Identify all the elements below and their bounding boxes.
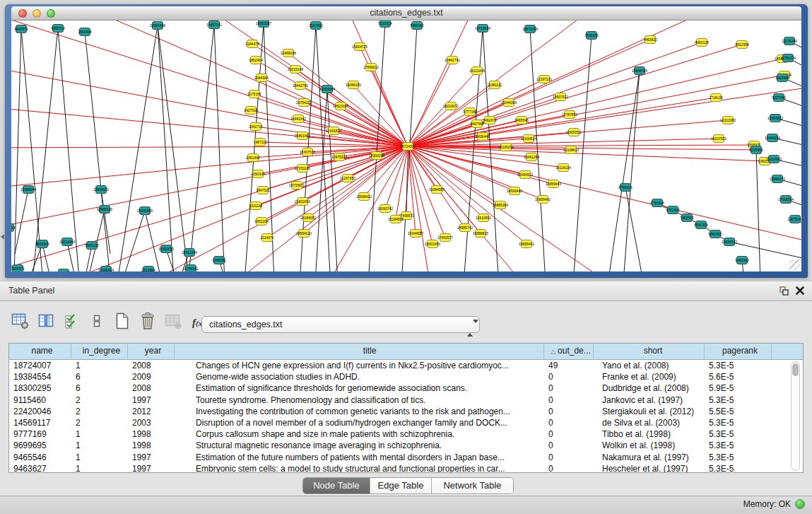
column-header-year[interactable]: year — [128, 344, 175, 359]
graph-node[interactable]: 15950511 — [566, 129, 582, 136]
graph-node[interactable]: 18301050 — [425, 240, 440, 248]
graph-node[interactable]: 8131014 — [378, 21, 392, 28]
graph-node[interactable]: 16959442 — [535, 196, 551, 204]
graph-node[interactable]: 16756341 — [183, 265, 199, 272]
graph-node[interactable]: 12444154 — [765, 134, 780, 142]
graph-node[interactable]: 10719184 — [475, 25, 490, 33]
graph-node[interactable]: 8215953 — [749, 146, 763, 154]
select-columns-button[interactable] — [61, 311, 82, 334]
graph-node[interactable]: 18307532 — [300, 148, 315, 156]
graph-node[interactable]: 16107552 — [711, 135, 726, 143]
graph-node[interactable]: 2042715 — [249, 123, 263, 131]
network-canvas[interactable]: 1872400721844741852404208490412751811427… — [11, 21, 801, 271]
graph-node[interactable]: 11675343 — [787, 216, 801, 223]
graph-node[interactable]: 6466160 — [410, 22, 424, 30]
graph-edge[interactable] — [608, 71, 640, 271]
table-row[interactable]: 1872400712008Changes of HCN gene express… — [9, 360, 803, 371]
graph-node[interactable]: 2150334 — [251, 170, 265, 178]
graph-node[interactable]: 16106261 — [498, 144, 514, 151]
memory-indicator[interactable]: Memory: OK — [743, 499, 805, 509]
table-row[interactable]: 977716911998Corpus callosum shape and si… — [9, 428, 803, 440]
graph-node[interactable]: 20961406 — [150, 22, 165, 30]
graph-node[interactable]: 16210072 — [443, 103, 459, 110]
resize-grip-icon[interactable] — [789, 259, 800, 270]
graph-edge[interactable] — [756, 150, 760, 271]
graph-edge[interactable] — [408, 59, 782, 146]
graph-node[interactable]: 9329966 — [775, 74, 789, 82]
graph-edge[interactable] — [33, 28, 58, 271]
graph-node[interactable]: 25160559 — [137, 207, 153, 215]
graph-node[interactable]: 11207353 — [340, 175, 355, 182]
graph-node[interactable]: 2051842 — [246, 154, 260, 162]
graph-node[interactable]: 6497568 — [470, 120, 484, 128]
graph-node[interactable]: 9777169 — [463, 108, 477, 116]
graph-node[interactable]: 16648784 — [632, 67, 647, 75]
graph-node[interactable]: 7462679 — [483, 117, 497, 124]
graph-node[interactable]: 18300295 — [369, 152, 384, 160]
graph-node[interactable]: 14595443 — [507, 187, 522, 195]
graph-node[interactable]: 19013164 — [59, 238, 75, 246]
table-row[interactable]: 1938455462009Genome-wide association stu… — [9, 371, 803, 382]
graph-node[interactable]: 12787851 — [562, 111, 577, 119]
graph-edge[interactable] — [11, 146, 408, 148]
table-row[interactable]: 969969511998Structural magnetic resonanc… — [9, 440, 803, 451]
delete-column-button[interactable] — [137, 311, 158, 334]
graph-edge[interactable] — [408, 21, 732, 146]
graph-node[interactable]: 2436448 — [476, 133, 490, 141]
graph-node[interactable]: 7902519 — [680, 214, 694, 222]
graph-node[interactable]: 2114076 — [260, 234, 273, 242]
table-row[interactable]: 1456911722003Disruption of a novel membe… — [9, 417, 803, 428]
graph-node[interactable]: 8660128 — [695, 39, 709, 47]
graph-edge[interactable] — [11, 146, 408, 271]
graph-node[interactable]: 15044383 — [501, 99, 517, 107]
graph-node[interactable]: 6791915 — [666, 206, 680, 214]
graph-node[interactable]: 10194514 — [521, 135, 536, 143]
graph-edge[interactable] — [85, 32, 110, 271]
graph-node[interactable]: 12213383 — [720, 117, 736, 124]
graph-edge[interactable] — [623, 71, 640, 271]
table-row[interactable]: 2242004622012Investigating the contribut… — [9, 406, 803, 417]
graph-node[interactable]: 18312344 — [182, 249, 197, 257]
graph-node[interactable]: 15494913 — [517, 171, 533, 179]
graph-node[interactable]: 8591914 — [694, 221, 708, 229]
graph-node[interactable]: 6790914 — [650, 199, 664, 207]
graph-node[interactable]: 10196414 — [98, 267, 114, 272]
graph-node[interactable]: 16888815 — [473, 230, 488, 238]
graph-node[interactable]: 16941342 — [290, 115, 306, 123]
graph-edge[interactable] — [408, 146, 435, 271]
zoom-window-button[interactable] — [47, 9, 55, 18]
graph-node[interactable]: 15184505 — [388, 216, 404, 223]
graph-node[interactable]: 1427516 — [244, 107, 258, 115]
graph-edge[interactable] — [214, 25, 225, 271]
close-window-button[interactable] — [18, 9, 27, 18]
column-header-short[interactable]: short — [594, 344, 705, 359]
graph-node[interactable]: 9465546 — [514, 117, 529, 124]
column-header-name[interactable]: name — [9, 344, 71, 359]
graph-node[interactable]: 10653287 — [256, 21, 271, 28]
graph-node[interactable]: 1967113 — [253, 139, 266, 146]
graph-node[interactable]: 18985136 — [97, 206, 112, 214]
graph-edge[interactable] — [145, 211, 161, 271]
splitter-collapse-icon[interactable] — [1, 234, 4, 240]
graph-node[interactable]: 16116114 — [555, 164, 571, 172]
graph-edge[interactable] — [124, 211, 145, 271]
graph-node[interactable]: 18985742 — [457, 224, 473, 232]
graph-node[interactable]: 1847521 — [256, 187, 270, 194]
graph-node[interactable]: 17663577 — [437, 234, 453, 242]
graph-node[interactable]: 21053346 — [319, 86, 335, 93]
graph-node[interactable]: 19384554 — [429, 186, 445, 194]
graph-node[interactable]: 3911014 — [11, 224, 16, 232]
row-height-button[interactable] — [86, 311, 107, 334]
column-header-out_de[interactable]: △out_de... — [544, 344, 594, 359]
graph-node[interactable]: 9245083 — [735, 257, 749, 264]
graph-node[interactable]: 21802063 — [295, 198, 310, 206]
graph-node[interactable]: 20801402 — [295, 132, 310, 140]
column-header-title[interactable]: title — [175, 344, 544, 359]
graph-edge[interactable] — [408, 146, 647, 271]
graph-edge[interactable] — [408, 146, 548, 271]
graph-node[interactable]: 16061264 — [524, 153, 539, 161]
graph-node[interactable]: 1527602 — [309, 22, 323, 30]
graph-node[interactable]: 16121045 — [469, 67, 485, 75]
graph-node[interactable]: 18904522 — [93, 186, 109, 194]
graph-edge[interactable] — [625, 187, 647, 271]
